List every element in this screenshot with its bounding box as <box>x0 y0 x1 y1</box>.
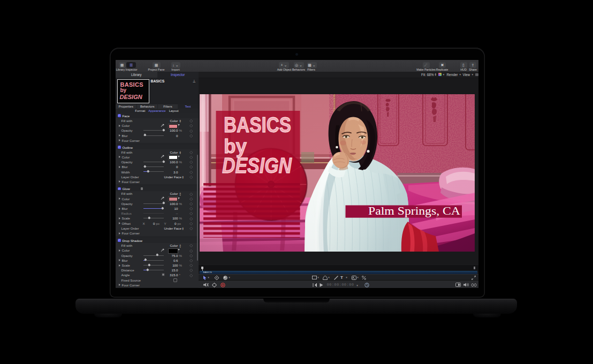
svg-text:BASICS: BASICS <box>224 113 291 136</box>
svg-text:DESIGN: DESIGN <box>222 154 292 177</box>
svg-text:Palm Springs, CA: Palm Springs, CA <box>368 205 460 217</box>
